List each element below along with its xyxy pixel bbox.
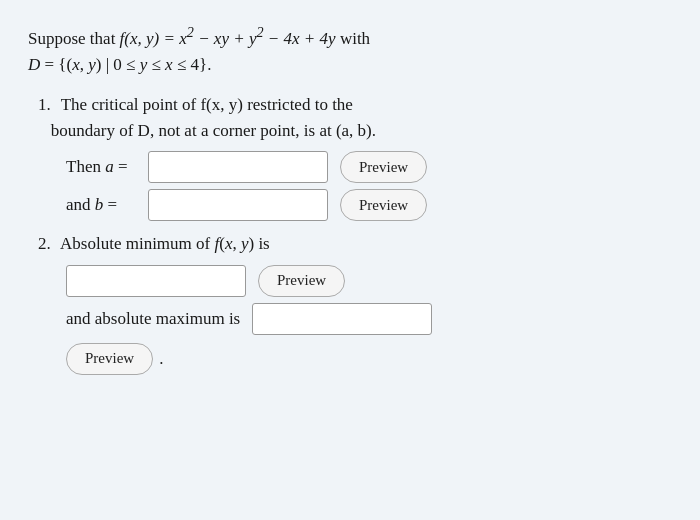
q2-max-label: and absolute maximum is: [66, 309, 240, 329]
q2-max-row: and absolute maximum is: [66, 303, 672, 335]
q1-b-input[interactable]: [148, 189, 328, 221]
q2-max-preview-row: Preview .: [66, 343, 672, 375]
question-1: 1. The critical point of f(x, y) restric…: [38, 92, 672, 221]
q2-header: 2. Absolute minimum of f(x, y) is: [38, 231, 672, 257]
q1-a-preview-button[interactable]: Preview: [340, 151, 427, 183]
q1-text-line1: The critical point of f(x, y) restricted…: [61, 95, 353, 114]
q2-max-input[interactable]: [252, 303, 432, 335]
math-f-def: f(x, y) = x2 − xy + y2 − 4x + 4y: [120, 29, 336, 48]
q2-min-preview-button[interactable]: Preview: [258, 265, 345, 297]
period: .: [159, 349, 163, 369]
q2-min-row: Preview: [66, 265, 672, 297]
q1-a-label: Then a =: [66, 157, 136, 177]
q2-text: Absolute minimum of f(x, y) is: [60, 234, 270, 253]
q2-number: 2.: [38, 234, 51, 253]
q1-a-input[interactable]: [148, 151, 328, 183]
q1-header: 1. The critical point of f(x, y) restric…: [38, 92, 672, 143]
question-2: 2. Absolute minimum of f(x, y) is Previe…: [38, 231, 672, 375]
statement-line1: Suppose that f(x, y) = x2 − xy + y2 − 4x…: [28, 22, 672, 52]
questions-container: 1. The critical point of f(x, y) restric…: [28, 92, 672, 385]
q1-a-row: Then a = Preview: [66, 151, 672, 183]
q2-max-preview-button[interactable]: Preview: [66, 343, 153, 375]
q1-b-label: and b =: [66, 195, 136, 215]
statement-line2: D = {(x, y) | 0 ≤ y ≤ x ≤ 4}.: [28, 52, 672, 78]
q2-min-input[interactable]: [66, 265, 246, 297]
problem-statement: Suppose that f(x, y) = x2 − xy + y2 − 4x…: [28, 22, 672, 78]
q1-b-preview-button[interactable]: Preview: [340, 189, 427, 221]
page: Suppose that f(x, y) = x2 − xy + y2 − 4x…: [0, 0, 700, 520]
q1-text-line2: boundary of D, not at a corner point, is…: [51, 121, 376, 140]
q1-number: 1.: [38, 95, 51, 114]
q2-min-block: Preview and absolute maximum is Preview …: [66, 265, 672, 375]
q1-b-row: and b = Preview: [66, 189, 672, 221]
